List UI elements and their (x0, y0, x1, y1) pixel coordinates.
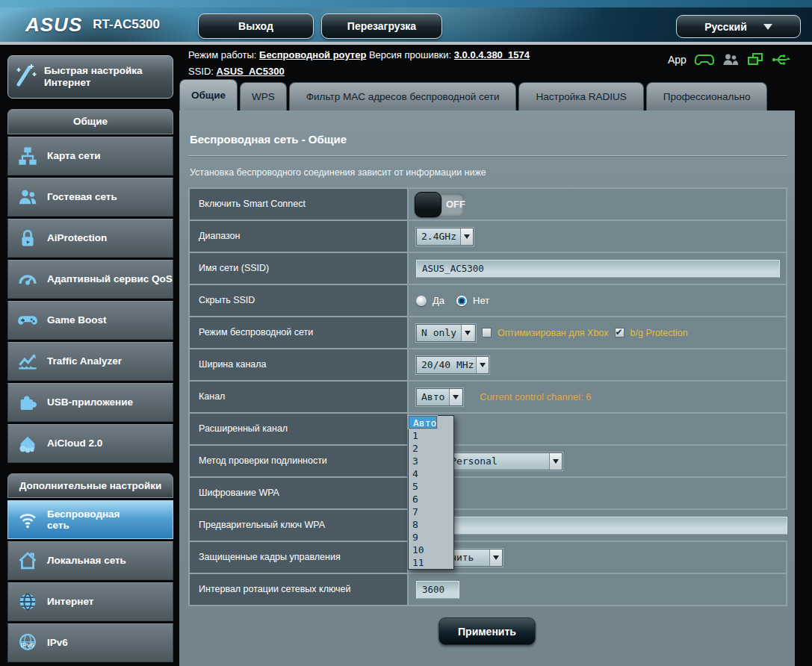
row-hide-ssid: Скрыть SSID Да Нет (190, 285, 786, 317)
channel-option[interactable]: 11 (409, 556, 453, 569)
reboot-button[interactable]: Перезагрузка (321, 13, 442, 39)
sidebar-item-label: Game Boost (47, 314, 107, 326)
row-auth-method: Метод проверки подлинности WPA2-Personal (190, 446, 786, 478)
logout-button[interactable]: Выход (198, 13, 314, 39)
puzzle-icon (16, 392, 40, 413)
settings-table: Включить Smart Connect OFF Диапазон 2.4G… (188, 187, 787, 606)
tab-professional[interactable]: Профессионально (646, 82, 768, 111)
channel-option[interactable]: 1 (409, 429, 453, 442)
sidebar-item-internet[interactable]: Интернет (7, 582, 173, 621)
channel-select[interactable]: Авто (416, 388, 463, 406)
usb-icon[interactable] (772, 52, 791, 67)
sidebar-item-network-map[interactable]: Карта сети (7, 137, 173, 175)
title-divider (188, 155, 787, 156)
sidebar-item-ipv6[interactable]: IPv6 IPv6 (7, 623, 173, 662)
network-map-icon (16, 146, 40, 166)
mode-link[interactable]: Беспроводной роутер (259, 49, 366, 60)
asus-logo: ASUS (25, 13, 82, 37)
sidebar-item-label: Карта сети (47, 150, 101, 162)
house-icon (16, 550, 40, 571)
users-icon[interactable] (722, 52, 739, 67)
wireless-mode-select[interactable]: N only (416, 324, 476, 342)
sidebar-item-label: Адаптивный сервис QoS (47, 273, 173, 285)
channel-option[interactable]: 3 (409, 455, 453, 467)
field-label: Расширенный канал (190, 414, 409, 444)
channel-option[interactable]: 7 (409, 505, 453, 518)
row-key-rotation: Интервал ротации сетевых ключей (190, 574, 786, 606)
channel-option[interactable]: 8 (409, 518, 453, 531)
apply-button[interactable]: Применить (438, 617, 536, 645)
sidebar-item-label: Гостевая сеть (47, 191, 117, 203)
xbox-optimized-label: Оптимизирован для Xbox (498, 328, 609, 338)
bg-protection-label: b/g Protection (630, 328, 688, 338)
app-icon-bar: App (668, 52, 791, 67)
bg-protection-checkbox[interactable] (615, 328, 625, 337)
channel-option[interactable]: 5 (409, 480, 453, 493)
toggle-state-label: OFF (446, 199, 465, 210)
globe-icon (16, 591, 40, 612)
sidebar-item-traffic-analyzer[interactable]: Traffic Analyzer (7, 342, 173, 381)
sidebar-section-advanced: Дополнительные настройки Беспроводная се… (7, 473, 173, 663)
sidebar-item-label: Беспроводная сеть (47, 508, 137, 532)
chevron-down-icon (549, 453, 562, 470)
traffic-analyzer-icon (16, 351, 40, 372)
row-channel: Канал Авто Current control channel: 6 (190, 382, 786, 414)
band-value: 2.4GHz (417, 228, 460, 245)
guest-network-icon (16, 187, 40, 208)
sidebar-section-general: Общие Карта сети (7, 109, 173, 463)
hide-ssid-no-radio[interactable] (456, 296, 467, 306)
field-label: Режим беспроводной сети (190, 317, 409, 348)
channel-option[interactable]: 10 (409, 544, 453, 556)
sidebar-item-game-boost[interactable]: Game Boost (7, 301, 173, 340)
tab-radius[interactable]: Настройка RADIUS (518, 82, 643, 111)
smart-connect-toggle[interactable]: OFF (416, 193, 464, 216)
key-rotation-input[interactable] (416, 581, 459, 599)
sidebar-item-aicloud[interactable]: AiCloud 2.0 (7, 424, 173, 463)
channel-option[interactable]: Авто (409, 416, 437, 429)
channel-option[interactable]: 2 (409, 442, 453, 455)
ssid-input[interactable] (416, 260, 780, 278)
section-advanced-title: Дополнительные настройки (7, 473, 173, 499)
wpa-key-input[interactable] (416, 517, 787, 535)
sidebar-item-aiprotection[interactable]: AiProtection (7, 219, 173, 258)
channel-option[interactable]: 6 (409, 493, 453, 505)
mode-label: Режим работы: (188, 49, 256, 60)
tab-general[interactable]: Общие (179, 79, 238, 111)
model-name: RT-AC5300 (93, 17, 160, 32)
ssid-link[interactable]: ASUS_AC5300 (217, 66, 285, 77)
band-select[interactable]: 2.4GHz (416, 228, 474, 246)
field-label: Шифрование WPA (190, 478, 409, 508)
field-label: Защищенные кадры управления (190, 542, 409, 573)
field-label: Включить Smart Connect (190, 189, 409, 220)
language-select[interactable]: Русский (676, 15, 801, 38)
sidebar-item-guest-network[interactable]: Гостевая сеть (7, 178, 173, 217)
language-label: Русский (704, 21, 747, 33)
sidebar-item-wireless[interactable]: Беспроводная сеть (7, 500, 173, 539)
channel-value: Авто (417, 389, 449, 405)
chevron-down-icon (449, 389, 462, 405)
quick-setup-button[interactable]: Быстрая настройка Интернет (7, 55, 173, 99)
sidebar-item-usb-application[interactable]: USB-приложение (7, 383, 173, 422)
header-bar: ASUS RT-AC5300 Выход Перезагрузка Русски… (0, 7, 812, 45)
sidebar-item-lan[interactable]: Локальная сеть (7, 541, 173, 580)
sidebar-item-label: AiProtection (47, 232, 107, 244)
top-accent-strip (0, 0, 812, 7)
hide-ssid-yes-radio[interactable] (416, 296, 427, 306)
firmware-link[interactable]: 3.0.0.4.380_1574 (454, 49, 530, 60)
row-wpa-encryption: Шифрование WPA (190, 478, 786, 510)
media-server-icon[interactable] (747, 52, 763, 67)
chevron-down-icon (476, 357, 489, 373)
row-protected-frames: Защищенные кадры управления Выключить (190, 542, 786, 574)
gamepad-icon[interactable] (695, 52, 714, 67)
channel-option[interactable]: 4 (409, 467, 453, 480)
channel-width-select[interactable]: 20/40 MHz (416, 356, 489, 374)
chevron-down-icon (461, 325, 474, 341)
tab-wps[interactable]: WPS (240, 82, 287, 111)
tab-mac-filter[interactable]: Фильтр MAC адресов беспроводной сети (289, 82, 517, 111)
sidebar-item-qos[interactable]: Адаптивный сервис QoS (7, 260, 173, 299)
xbox-optimized-checkbox[interactable] (482, 328, 492, 337)
chevron-down-icon (460, 228, 473, 245)
channel-option[interactable]: 9 (409, 531, 453, 544)
wireless-mode-value: N only (417, 325, 461, 341)
current-channel-note: Current control channel: 6 (480, 391, 592, 402)
